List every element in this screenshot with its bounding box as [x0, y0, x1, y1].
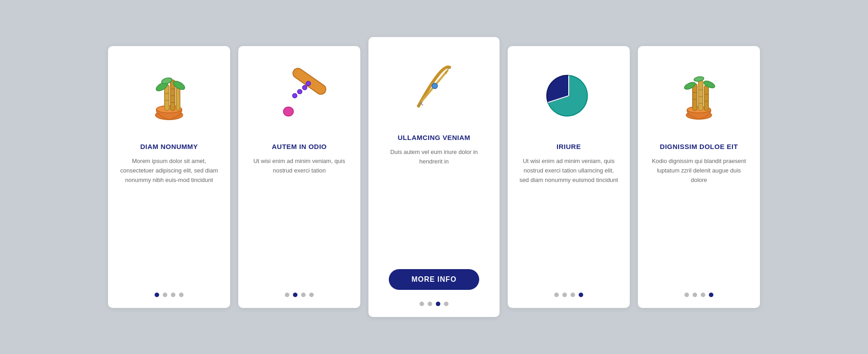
bamboo-pot-icon — [142, 60, 196, 132]
cards-container: DIAM NONUMMY Morem ipsum dolor sit amet,… — [81, 19, 787, 335]
card-5: DIGNISSIM DOLOE EIT Kodio dignissim qui … — [638, 46, 760, 308]
card-2: AUTEM IN ODIO Ut wisi enim ad minim veni… — [238, 46, 360, 308]
svg-point-15 — [302, 85, 307, 90]
flute-icon — [272, 60, 326, 132]
dot — [571, 293, 575, 297]
dot — [171, 293, 175, 297]
card-4-title: IRIURE — [557, 143, 581, 150]
svg-point-22 — [432, 83, 438, 88]
card-1-dots — [155, 293, 184, 297]
dot — [428, 302, 432, 306]
card-1-body: Morem ipsum dolor sit amet, consectetuer… — [119, 157, 219, 283]
svg-rect-29 — [704, 85, 708, 111]
svg-rect-4 — [176, 87, 180, 110]
card-2-title: AUTEM IN ODIO — [272, 143, 327, 150]
card-5-dots — [684, 293, 713, 297]
dot — [579, 293, 583, 297]
svg-point-17 — [292, 93, 297, 98]
dot — [554, 293, 559, 297]
svg-point-14 — [283, 107, 293, 116]
dot — [693, 293, 697, 297]
dot — [562, 293, 567, 297]
card-4-dots — [554, 293, 583, 297]
card-3-body: Duis autem vel eum iriure dolor in hendr… — [379, 148, 489, 261]
svg-point-18 — [306, 81, 311, 86]
dot — [293, 293, 297, 297]
card-3-dots — [420, 302, 448, 306]
card-1: DIAM NONUMMY Morem ipsum dolor sit amet,… — [108, 46, 230, 308]
dot — [163, 293, 167, 297]
dot — [701, 293, 705, 297]
card-3-title: ULLAMCING VENIAM — [398, 134, 471, 141]
card-4: IRIURE Ut wisi enim ad minim veniam, qui… — [508, 46, 630, 308]
card-3: ULLAMCING VENIAM Duis autem vel eum iriu… — [368, 37, 500, 317]
dot — [155, 293, 159, 297]
svg-rect-28 — [698, 80, 703, 111]
svg-point-16 — [297, 89, 302, 94]
dot — [436, 302, 440, 306]
more-info-button[interactable]: MORE INFO — [389, 269, 479, 290]
card-4-body: Ut wisi enim ad minim veniam, quis nostr… — [519, 157, 619, 283]
card-5-title: DIGNISSIM DOLOE EIT — [660, 143, 738, 150]
bamboo-pot2-icon — [672, 60, 726, 132]
dot — [684, 293, 689, 297]
dot — [285, 293, 289, 297]
dot — [444, 302, 448, 306]
card-1-title: DIAM NONUMMY — [140, 143, 198, 150]
dot — [301, 293, 306, 297]
bow-icon — [407, 51, 461, 123]
card-2-dots — [285, 293, 314, 297]
dot — [309, 293, 314, 297]
dot — [420, 302, 424, 306]
svg-rect-27 — [693, 84, 697, 111]
pie-chart-icon — [542, 60, 596, 132]
dot — [709, 293, 713, 297]
card-5-body: Kodio dignissim qui blandit praesent lup… — [649, 157, 749, 283]
dot — [179, 293, 184, 297]
card-2-body: Ut wisi enim ad minim veniam, quis nostr… — [249, 157, 349, 283]
